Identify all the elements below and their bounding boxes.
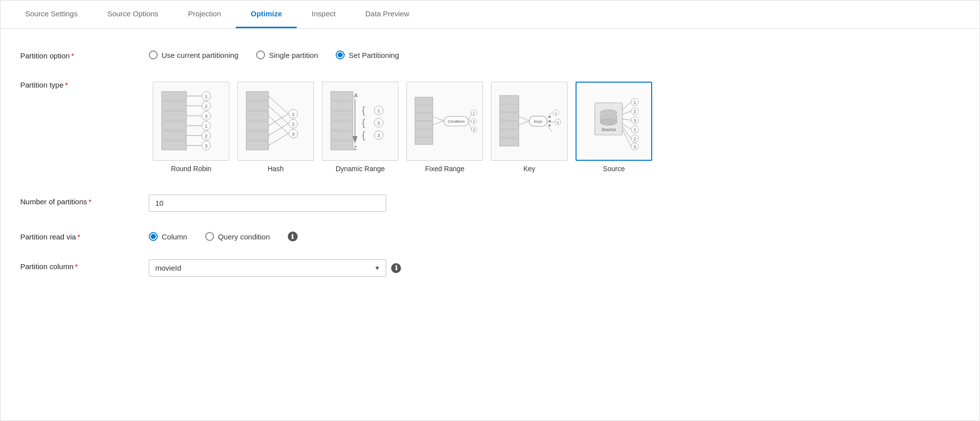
- partition-column-info-icon[interactable]: ℹ: [391, 263, 401, 273]
- svg-text:1: 1: [633, 127, 636, 132]
- radio-single-partition-circle[interactable]: [256, 50, 265, 59]
- radio-single-partition[interactable]: Single partition: [256, 50, 318, 59]
- partition-type-cards: 1 2 3 1 2 3: [149, 78, 960, 177]
- partition-card-dynamic-range[interactable]: A Z { { {: [318, 78, 402, 177]
- partition-card-inner-round-robin: 1 2 3 1 2 3: [153, 82, 229, 161]
- partition-read-via-radio-group: Column Query condition ℹ: [149, 230, 960, 241]
- svg-rect-1: [162, 101, 186, 110]
- partition-card-label-hash: Hash: [267, 165, 284, 173]
- svg-rect-64: [415, 121, 433, 129]
- svg-line-87: [519, 121, 529, 125]
- svg-text:1: 1: [377, 108, 380, 113]
- tab-projection[interactable]: Projection: [173, 0, 236, 28]
- svg-line-32: [268, 116, 288, 134]
- partition-option-radio-group: Use current partitioning Single partitio…: [149, 48, 960, 59]
- partition-card-label-source: Source: [603, 165, 624, 173]
- partition-card-inner-fixed-range: Conditions 1 2 3: [406, 82, 483, 161]
- svg-text:3: 3: [205, 143, 207, 148]
- svg-text:1: 1: [473, 111, 475, 115]
- svg-text:3: 3: [633, 144, 636, 149]
- svg-point-90: [548, 116, 550, 118]
- partition-card-round-robin[interactable]: 1 2 3 1 2 3: [149, 78, 233, 177]
- partition-card-inner-source: Source 1 2 3 1 2: [576, 82, 652, 161]
- dynamic-range-diagram: A Z { { {: [328, 87, 393, 156]
- partition-option-control: Use current partitioning Single partitio…: [149, 48, 960, 59]
- svg-line-86: [519, 116, 529, 121]
- svg-text:2: 2: [473, 120, 475, 123]
- number-of-partitions-input[interactable]: [149, 194, 386, 212]
- tab-data-preview[interactable]: Data Preview: [351, 0, 424, 28]
- partition-column-label: Partition column*: [20, 259, 149, 271]
- svg-text:2: 2: [205, 104, 207, 109]
- svg-text:3: 3: [205, 114, 207, 119]
- svg-text:Z: Z: [354, 145, 357, 151]
- svg-text:{: {: [362, 130, 365, 140]
- svg-rect-85: [499, 139, 519, 146]
- partition-type-row: Partition type*: [20, 78, 960, 177]
- svg-rect-61: [415, 97, 433, 104]
- partition-card-inner-key: Keys 1: [491, 82, 568, 161]
- svg-line-119: [622, 102, 631, 110]
- partition-option-label: Partition option*: [20, 48, 149, 60]
- svg-text:3: 3: [377, 133, 380, 138]
- svg-rect-44: [331, 111, 353, 120]
- svg-rect-5: [162, 141, 186, 150]
- svg-text:2: 2: [633, 109, 636, 114]
- svg-text:1: 1: [554, 111, 556, 115]
- tab-inspect[interactable]: Inspect: [297, 0, 350, 28]
- svg-text:3: 3: [633, 118, 636, 123]
- partition-card-label-key: Key: [523, 165, 535, 173]
- number-of-partitions-control: [149, 194, 960, 212]
- radio-query-condition[interactable]: Query condition: [205, 232, 270, 241]
- svg-rect-63: [415, 113, 433, 121]
- svg-text:1: 1: [205, 124, 207, 129]
- partition-column-control: movieId ▼ ℹ: [149, 259, 960, 277]
- svg-text:{: {: [362, 105, 365, 116]
- number-of-partitions-row: Number of partitions*: [20, 194, 960, 212]
- svg-text:{: {: [362, 117, 365, 128]
- number-of-partitions-label: Number of partitions*: [20, 194, 149, 206]
- svg-rect-83: [499, 121, 519, 129]
- svg-rect-65: [415, 129, 433, 137]
- svg-text:n: n: [557, 121, 559, 124]
- svg-text:Keys: Keys: [534, 119, 542, 124]
- partition-option-row: Partition option* Use current partitioni…: [20, 48, 960, 60]
- fixed-range-diagram: Conditions 1 2 3: [413, 87, 477, 156]
- partition-card-source[interactable]: Source 1 2 3 1 2: [572, 78, 656, 177]
- partition-card-inner-hash: 1 2 3: [237, 82, 314, 161]
- svg-line-34: [268, 124, 288, 136]
- radio-set-partitioning[interactable]: Set Partitioning: [336, 50, 399, 59]
- svg-rect-82: [499, 113, 519, 121]
- radio-column[interactable]: Column: [149, 232, 187, 241]
- radio-use-current[interactable]: Use current partitioning: [149, 50, 238, 59]
- partition-card-fixed-range[interactable]: Conditions 1 2 3: [402, 78, 487, 177]
- partition-read-via-info-icon[interactable]: ℹ: [288, 232, 298, 241]
- svg-rect-28: [246, 131, 268, 140]
- radio-column-circle[interactable]: [149, 232, 158, 241]
- partition-card-key[interactable]: Keys 1: [487, 78, 572, 177]
- partition-column-dropdown-container: movieId ▼: [149, 259, 386, 277]
- svg-point-92: [548, 125, 550, 127]
- partition-type-label: Partition type*: [20, 78, 149, 89]
- partition-read-via-label: Partition read via*: [20, 230, 149, 241]
- partition-card-hash[interactable]: 1 2 3 Hash: [233, 78, 318, 177]
- partition-column-dropdown[interactable]: movieId: [149, 259, 386, 277]
- radio-query-condition-circle[interactable]: [205, 232, 214, 241]
- svg-line-68: [433, 121, 444, 125]
- svg-rect-47: [331, 141, 353, 150]
- radio-use-current-circle[interactable]: [149, 50, 158, 59]
- svg-rect-25: [246, 101, 268, 110]
- svg-point-103: [600, 119, 617, 125]
- partition-read-via-row: Partition read via* Column Query conditi…: [20, 230, 960, 241]
- tab-source-options[interactable]: Source Options: [92, 0, 173, 28]
- svg-rect-26: [246, 111, 268, 120]
- svg-line-31: [268, 106, 288, 124]
- radio-set-partitioning-circle[interactable]: [336, 50, 345, 59]
- svg-text:1: 1: [633, 100, 636, 105]
- svg-line-120: [622, 111, 631, 115]
- tab-optimize[interactable]: Optimize: [236, 0, 297, 28]
- tab-source-settings[interactable]: Source Settings: [10, 0, 92, 28]
- key-diagram: Keys 1: [497, 87, 562, 156]
- svg-text:1: 1: [292, 112, 294, 117]
- svg-rect-29: [246, 141, 268, 150]
